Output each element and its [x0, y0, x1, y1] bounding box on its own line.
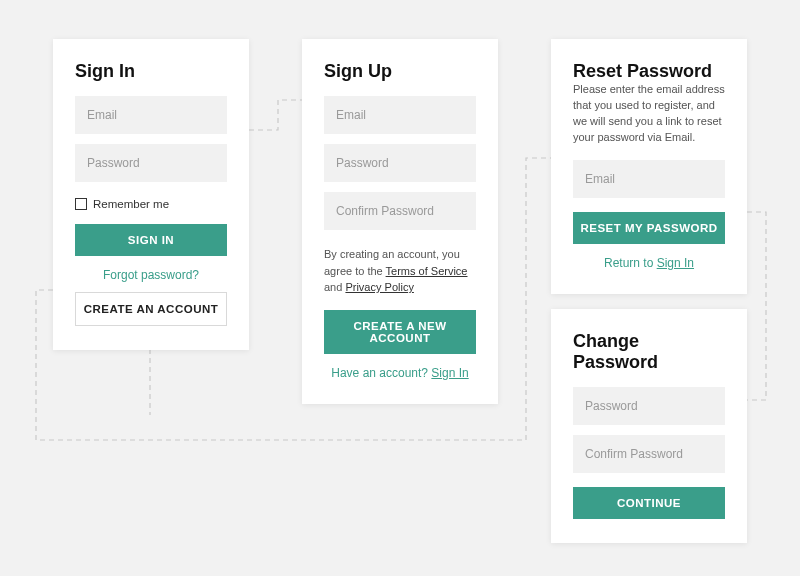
- return-text: Return to Sign In: [573, 256, 725, 270]
- signup-email-input[interactable]: [324, 96, 476, 134]
- signin-title: Sign In: [75, 61, 227, 82]
- have-account-text: Have an account? Sign In: [324, 366, 476, 380]
- signup-card: Sign Up By creating an account, you agre…: [302, 39, 498, 404]
- return-signin-link[interactable]: Sign In: [657, 256, 694, 270]
- signin-email-input[interactable]: [75, 96, 227, 134]
- continue-button[interactable]: Continue: [573, 487, 725, 519]
- create-account-button[interactable]: Create an Account: [75, 292, 227, 326]
- privacy-policy-link[interactable]: Privacy Policy: [345, 281, 413, 293]
- signin-card: Sign In Remember me Sign In Forgot passw…: [53, 39, 249, 350]
- signin-password-input[interactable]: [75, 144, 227, 182]
- remember-me-checkbox[interactable]: Remember me: [75, 198, 227, 210]
- reset-title: Reset Password: [573, 61, 725, 82]
- reset-instructions: Please enter the email address that you …: [573, 82, 725, 146]
- remember-me-label: Remember me: [93, 198, 169, 210]
- terms-text: By creating an account, you agree to the…: [324, 246, 476, 296]
- reset-password-button[interactable]: Reset My Password: [573, 212, 725, 244]
- terms-of-service-link[interactable]: Terms of Service: [386, 265, 468, 277]
- change-title: Change Password: [573, 331, 725, 373]
- signup-signin-link[interactable]: Sign In: [431, 366, 468, 380]
- change-password-input[interactable]: [573, 387, 725, 425]
- signup-title: Sign Up: [324, 61, 476, 82]
- reset-email-input[interactable]: [573, 160, 725, 198]
- signup-password-input[interactable]: [324, 144, 476, 182]
- reset-password-card: Reset Password Please enter the email ad…: [551, 39, 747, 294]
- change-confirm-password-input[interactable]: [573, 435, 725, 473]
- change-password-card: Change Password Continue: [551, 309, 747, 543]
- signin-button[interactable]: Sign In: [75, 224, 227, 256]
- forgot-password-link[interactable]: Forgot password?: [103, 268, 199, 282]
- create-new-account-button[interactable]: Create a New Account: [324, 310, 476, 354]
- checkbox-icon: [75, 198, 87, 210]
- signup-confirm-password-input[interactable]: [324, 192, 476, 230]
